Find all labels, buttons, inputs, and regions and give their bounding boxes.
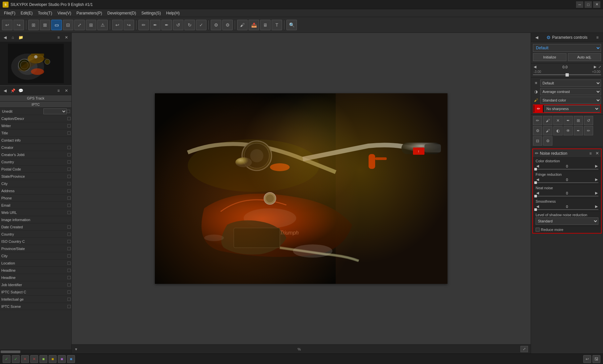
tool-btn-2[interactable]: 🖌 xyxy=(543,116,552,125)
menu-edit[interactable]: Edit(E) xyxy=(18,10,36,16)
redo2-button[interactable]: ↪ xyxy=(124,20,134,30)
status-save-button[interactable]: 🖫 xyxy=(592,355,600,363)
brightness-select[interactable]: Default xyxy=(540,80,601,87)
panel2-menu-button[interactable]: ≡ xyxy=(55,87,62,94)
view-grid-button[interactable]: ⊞ xyxy=(28,20,39,30)
fringe-slider[interactable] xyxy=(536,182,598,183)
tool-btn-13[interactable]: ⊟ xyxy=(533,136,542,146)
settings2-button[interactable]: ⚙ xyxy=(222,20,233,30)
exposure-slider-track[interactable] xyxy=(533,74,601,75)
iptc-select-unedit[interactable] xyxy=(43,108,67,114)
panel2-pin-button[interactable]: 📌 xyxy=(9,87,16,94)
noise-close-button[interactable]: ✕ xyxy=(595,150,599,157)
tool-btn-8[interactable]: 🖌 xyxy=(543,126,552,135)
status-check-button[interactable]: ✓ xyxy=(3,355,11,363)
noise-menu-button[interactable]: ≡ xyxy=(587,150,594,157)
tool-btn-14[interactable]: ⚙ xyxy=(543,136,552,146)
color-select[interactable]: Standard color xyxy=(540,97,601,104)
warning-button[interactable]: ⚠ xyxy=(97,20,108,30)
view-dual-button[interactable]: ⊟ xyxy=(63,20,73,30)
neat-slider[interactable] xyxy=(536,196,598,196)
color-distortion-slider[interactable] xyxy=(536,169,598,170)
menu-parameters[interactable]: Parameters(P) xyxy=(74,10,105,16)
close-button[interactable]: ✕ xyxy=(593,1,600,8)
rotate-ccw-button[interactable]: ↺ xyxy=(173,20,183,30)
exposure-up-button[interactable]: ▶ xyxy=(593,65,597,69)
neat-thumb[interactable] xyxy=(534,195,537,197)
right-panel-menu-button[interactable]: ≡ xyxy=(594,34,601,41)
status-x-button[interactable]: ✕ xyxy=(21,355,29,363)
sharpness-select[interactable]: No sharpness xyxy=(544,105,600,112)
tool-btn-7[interactable]: ⚙ xyxy=(533,126,542,135)
compare-button[interactable]: ⊞ xyxy=(86,20,96,30)
panel-home-button[interactable]: ⌂ xyxy=(9,34,16,41)
tool-btn-11[interactable]: ✒ xyxy=(574,126,583,135)
status-x2-button[interactable]: ✕ xyxy=(30,355,38,363)
fit-button[interactable]: ⤢ xyxy=(520,346,528,352)
menu-file[interactable]: File(F) xyxy=(1,10,18,16)
panel-back-button[interactable]: ◀ xyxy=(1,34,9,41)
status-color3-button[interactable]: ■ xyxy=(58,355,66,363)
undo2-button[interactable]: ↩ xyxy=(112,20,123,30)
smoothness-thumb[interactable] xyxy=(534,208,537,211)
status-color1-button[interactable]: ■ xyxy=(39,355,47,363)
maximize-button[interactable]: □ xyxy=(585,1,592,8)
panel-close-button[interactable]: ✕ xyxy=(63,34,70,41)
edit3-button[interactable]: ✒ xyxy=(161,20,172,30)
tool-btn-5[interactable]: ⊞ xyxy=(574,116,583,125)
menu-development[interactable]: Development(D) xyxy=(105,10,139,16)
fullscreen-button[interactable]: ⤢ xyxy=(74,20,85,30)
shadow-noise-select[interactable]: Standard Low High xyxy=(536,217,598,225)
menu-help[interactable]: Help(H) xyxy=(163,10,182,16)
menu-settings[interactable]: Settings(S) xyxy=(139,10,163,16)
panel2-close-button[interactable]: ✕ xyxy=(63,87,70,94)
fringe-thumb[interactable] xyxy=(534,181,537,184)
smoothness-slider[interactable] xyxy=(536,209,598,210)
exposure-down-button[interactable]: ◀ xyxy=(533,65,537,69)
edit2-button[interactable]: ✒ xyxy=(150,20,160,30)
scrollbar-thumb[interactable] xyxy=(1,351,20,353)
rotate-cw-button[interactable]: ↻ xyxy=(184,20,195,30)
initialize-button[interactable]: Initialize xyxy=(533,53,567,61)
redo-button[interactable]: ↪ xyxy=(13,20,24,30)
tool-btn-10[interactable]: 👁 xyxy=(564,126,573,135)
panel2-chat-button[interactable]: 💬 xyxy=(17,87,24,94)
neat-up-button[interactable]: ▶ xyxy=(594,191,598,195)
status-undo-button[interactable]: ↩ xyxy=(583,355,591,363)
preset-dropdown[interactable]: Default xyxy=(533,44,601,52)
edit1-button[interactable]: ✏ xyxy=(138,20,149,30)
tool-btn-3[interactable]: ✕ xyxy=(553,116,563,125)
reduce-moire-checkbox[interactable] xyxy=(536,228,540,232)
smoothness-up-button[interactable]: ▶ xyxy=(594,204,598,209)
status-color4-button[interactable]: ■ xyxy=(67,355,75,363)
text-button[interactable]: T xyxy=(272,20,282,30)
view-single-button[interactable]: ▭ xyxy=(51,20,62,30)
panel-menu-button[interactable]: ≡ xyxy=(55,34,62,41)
check-button[interactable]: ✓ xyxy=(196,20,206,30)
status-check2-button[interactable]: ✓ xyxy=(12,355,20,363)
color-distortion-thumb[interactable] xyxy=(534,168,537,171)
auto-adj-button[interactable]: Auto adj. xyxy=(568,53,601,61)
fringe-up-button[interactable]: ▶ xyxy=(594,177,598,182)
left-panel-scrollbar[interactable] xyxy=(0,350,71,353)
view-grid2-button[interactable]: ⊠ xyxy=(40,20,50,30)
settings1-button[interactable]: ⚙ xyxy=(211,20,221,30)
menu-tools[interactable]: Tools(T) xyxy=(35,10,55,16)
paint-button[interactable]: 🖌 xyxy=(237,20,248,30)
tool-btn-1[interactable]: ✏ xyxy=(533,116,542,125)
tool-btn-6[interactable]: ↺ xyxy=(584,116,593,125)
contrast-select[interactable]: Average contrast xyxy=(540,88,601,95)
undo-button[interactable]: ↩ xyxy=(2,20,12,30)
minimize-button[interactable]: ─ xyxy=(576,1,583,8)
tool-btn-12[interactable]: ✏ xyxy=(584,126,593,135)
panel-folder-button[interactable]: 📁 xyxy=(17,34,24,41)
panel2-back-button[interactable]: ◀ xyxy=(1,87,9,94)
zoom-button[interactable]: 🔍 xyxy=(286,20,297,30)
display-button[interactable]: 🖥 xyxy=(260,20,271,30)
export-button[interactable]: 📤 xyxy=(249,20,259,30)
right-panel-collapse-button[interactable]: ◀ xyxy=(533,34,540,41)
color-distortion-up-button[interactable]: ▶ xyxy=(594,164,598,168)
tool-btn-4[interactable]: ✒ xyxy=(564,116,573,125)
tool-btn-9[interactable]: ◐ xyxy=(553,126,563,135)
exposure-slider-thumb[interactable] xyxy=(566,73,569,77)
